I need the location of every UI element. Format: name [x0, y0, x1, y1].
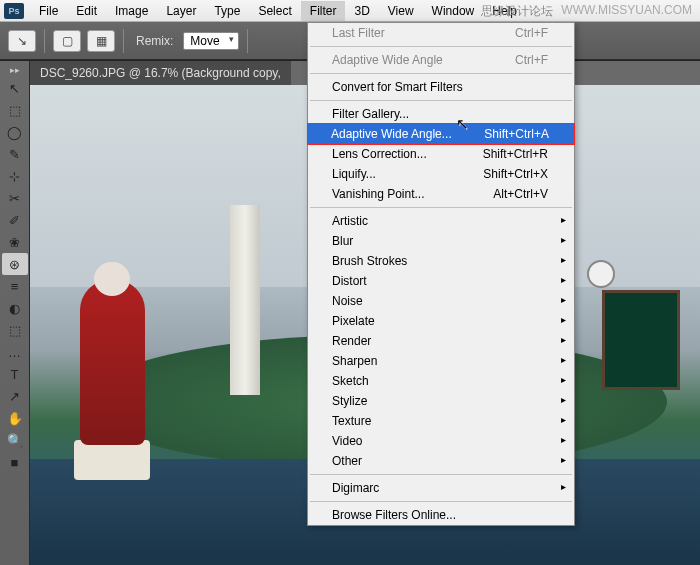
menu-separator: [310, 100, 572, 101]
menu-separator: [310, 207, 572, 208]
menu-item-label: Noise: [332, 294, 363, 308]
menu-item-label: Convert for Smart Filters: [332, 80, 463, 94]
tool-11[interactable]: ⬚: [2, 319, 28, 341]
tool-0[interactable]: ↖: [2, 77, 28, 99]
menu-item-label: Adaptive Wide Angle: [332, 53, 443, 67]
menu-item-shortcut: Shift+Ctrl+R: [483, 147, 548, 161]
tool-8[interactable]: ⊛: [2, 253, 28, 275]
menu-separator: [310, 474, 572, 475]
option-icon-2[interactable]: ▦: [87, 30, 115, 52]
menu-item-label: Last Filter: [332, 26, 385, 40]
menu-item-label: Lens Correction...: [332, 147, 427, 161]
document-tab[interactable]: DSC_9260.JPG @ 16.7% (Background copy,: [30, 61, 291, 85]
menu-item-noise[interactable]: Noise: [308, 291, 574, 311]
watermark-text-1: 思缘设计论坛: [481, 3, 553, 20]
menu-item-label: Sharpen: [332, 354, 377, 368]
menu-filter[interactable]: Filter: [301, 1, 346, 21]
menu-window[interactable]: Window: [423, 1, 484, 21]
menu-item-label: Stylize: [332, 394, 367, 408]
tool-3[interactable]: ✎: [2, 143, 28, 165]
menu-item-label: Browse Filters Online...: [332, 508, 456, 522]
menu-item-browse-filters-online[interactable]: Browse Filters Online...: [308, 505, 574, 525]
menu-item-label: Liquify...: [332, 167, 376, 181]
menu-item-vanishing-point[interactable]: Vanishing Point...Alt+Ctrl+V: [308, 184, 574, 204]
menu-item-shortcut: Alt+Ctrl+V: [493, 187, 548, 201]
menu-item-label: Render: [332, 334, 371, 348]
image-pillar: [230, 205, 260, 395]
menu-item-shortcut: Shift+Ctrl+A: [484, 127, 549, 141]
tool-4[interactable]: ⊹: [2, 165, 28, 187]
menu-separator: [310, 73, 572, 74]
menu-file[interactable]: File: [30, 1, 67, 21]
menu-item-shortcut: Shift+Ctrl+X: [483, 167, 548, 181]
separator: [247, 29, 248, 53]
menu-item-label: Blur: [332, 234, 353, 248]
menu-3d[interactable]: 3D: [345, 1, 378, 21]
menu-item-render[interactable]: Render: [308, 331, 574, 351]
menu-item-label: Distort: [332, 274, 367, 288]
menu-item-last-filter: Last FilterCtrl+F: [308, 23, 574, 43]
menu-item-lens-correction[interactable]: Lens Correction...Shift+Ctrl+R: [308, 144, 574, 164]
menu-item-artistic[interactable]: Artistic: [308, 211, 574, 231]
menu-item-video[interactable]: Video: [308, 431, 574, 451]
menu-item-texture[interactable]: Texture: [308, 411, 574, 431]
separator: [123, 29, 124, 53]
tool-13[interactable]: T: [2, 363, 28, 385]
menu-item-label: Video: [332, 434, 362, 448]
menu-item-sketch[interactable]: Sketch: [308, 371, 574, 391]
tool-1[interactable]: ⬚: [2, 99, 28, 121]
menu-item-convert-for-smart-filters[interactable]: Convert for Smart Filters: [308, 77, 574, 97]
menu-item-blur[interactable]: Blur: [308, 231, 574, 251]
menu-item-digimarc[interactable]: Digimarc: [308, 478, 574, 498]
menu-separator: [310, 46, 572, 47]
menu-edit[interactable]: Edit: [67, 1, 106, 21]
tool-10[interactable]: ◐: [2, 297, 28, 319]
menu-item-label: Sketch: [332, 374, 369, 388]
tool-15[interactable]: ✋: [2, 407, 28, 429]
menu-item-label: Other: [332, 454, 362, 468]
menu-select[interactable]: Select: [249, 1, 300, 21]
tool-7[interactable]: ❀: [2, 231, 28, 253]
tool-12[interactable]: …: [2, 341, 28, 363]
image-board: [602, 290, 680, 390]
image-clock: [587, 260, 615, 288]
toolbox-expand-icon[interactable]: ▸▸: [0, 65, 29, 77]
tool-9[interactable]: ≡: [2, 275, 28, 297]
menu-item-label: Brush Strokes: [332, 254, 407, 268]
watermark-text-2: WWW.MISSYUAN.COM: [561, 3, 692, 20]
menu-item-liquify[interactable]: Liquify...Shift+Ctrl+X: [308, 164, 574, 184]
menu-item-label: Pixelate: [332, 314, 375, 328]
menu-item-distort[interactable]: Distort: [308, 271, 574, 291]
menu-item-filter-gallery[interactable]: Filter Gallery...: [308, 104, 574, 124]
menu-item-stylize[interactable]: Stylize: [308, 391, 574, 411]
image-santa: [80, 280, 145, 445]
tool-14[interactable]: ↗: [2, 385, 28, 407]
tool-2[interactable]: ◯: [2, 121, 28, 143]
tool-5[interactable]: ✂: [2, 187, 28, 209]
filter-menu-dropdown: Last FilterCtrl+FAdaptive Wide AngleCtrl…: [307, 22, 575, 526]
menu-separator: [310, 501, 572, 502]
menu-item-label: Texture: [332, 414, 371, 428]
tool-6[interactable]: ✐: [2, 209, 28, 231]
tool-preset-icon[interactable]: ↘: [8, 30, 36, 52]
option-icon-1[interactable]: ▢: [53, 30, 81, 52]
menu-image[interactable]: Image: [106, 1, 157, 21]
menu-item-pixelate[interactable]: Pixelate: [308, 311, 574, 331]
menu-type[interactable]: Type: [205, 1, 249, 21]
menu-item-shortcut: Ctrl+F: [515, 53, 548, 67]
remix-select[interactable]: Move: [183, 32, 238, 50]
menu-item-sharpen[interactable]: Sharpen: [308, 351, 574, 371]
toolbox: ▸▸ ↖⬚◯✎⊹✂✐❀⊛≡◐⬚…T↗✋🔍■: [0, 61, 30, 565]
tool-17[interactable]: ■: [2, 451, 28, 473]
menu-item-adaptive-wide-angle: Adaptive Wide AngleCtrl+F: [308, 50, 574, 70]
menu-view[interactable]: View: [379, 1, 423, 21]
separator: [44, 29, 45, 53]
menu-layer[interactable]: Layer: [157, 1, 205, 21]
menu-item-adaptive-wide-angle[interactable]: Adaptive Wide Angle...Shift+Ctrl+A: [307, 123, 575, 145]
menu-item-label: Adaptive Wide Angle...: [331, 127, 452, 141]
menu-item-brush-strokes[interactable]: Brush Strokes: [308, 251, 574, 271]
watermark: 思缘设计论坛 WWW.MISSYUAN.COM: [481, 3, 692, 20]
menu-item-label: Digimarc: [332, 481, 379, 495]
tool-16[interactable]: 🔍: [2, 429, 28, 451]
menu-item-other[interactable]: Other: [308, 451, 574, 471]
